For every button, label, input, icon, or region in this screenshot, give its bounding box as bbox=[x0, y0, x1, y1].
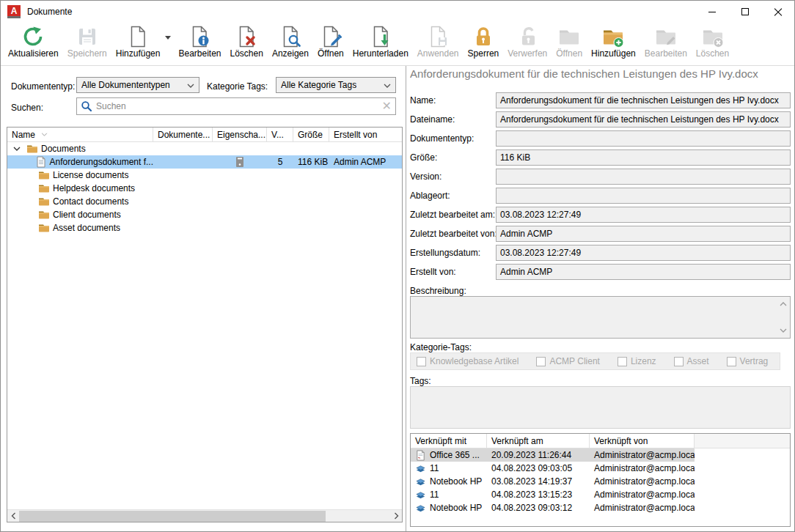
column-header-erstellt-von[interactable]: Erstellt von bbox=[329, 128, 402, 141]
toolbar-button-hinzufuegen-dokument[interactable]: Hinzufügen bbox=[111, 23, 165, 59]
field-row: Ablageort: bbox=[410, 188, 791, 204]
toolbar-button-anzeigen[interactable]: Anzeigen bbox=[268, 23, 313, 59]
field-input-zuletzt-bearbeitet-von[interactable]: Admin ACMP bbox=[496, 226, 791, 242]
toolbar-label: Öffnen bbox=[556, 48, 582, 59]
maximize-button[interactable] bbox=[728, 1, 761, 23]
linked-name: 11 bbox=[430, 489, 439, 500]
search-input[interactable] bbox=[96, 101, 382, 111]
field-input-erstellt-von[interactable]: Admin ACMP bbox=[496, 264, 791, 280]
tree-row-documents[interactable]: Documents bbox=[7, 142, 402, 155]
column-header-dokumente[interactable]: Dokumente... bbox=[153, 128, 213, 141]
tree-row-folder[interactable]: Helpdesk documents bbox=[7, 182, 402, 195]
field-input-version[interactable] bbox=[496, 169, 791, 185]
field-row: Größe: 116 KiB bbox=[410, 149, 791, 166]
checkbox-label: Lizenz bbox=[631, 356, 656, 366]
toolbar-button-oeffnen-dokument[interactable]: Öffnen bbox=[313, 23, 348, 59]
toolbar-label: Speichern bbox=[67, 48, 107, 59]
field-input-name[interactable]: Anforderungsdokument für die technischen… bbox=[496, 92, 791, 108]
field-input-dokumententyp[interactable] bbox=[496, 130, 791, 147]
scroll-left-icon[interactable] bbox=[7, 510, 19, 522]
folder-add-icon bbox=[601, 25, 625, 48]
linked-items-table: Verknüpft mit Verknüpft am Verknüpft von… bbox=[410, 433, 791, 527]
category-tags-value: Alle Kategorie Tags bbox=[281, 80, 356, 90]
category-tags-select[interactable]: Alle Kategorie Tags bbox=[276, 77, 396, 93]
hinzufuegen-dropdown-arrow[interactable] bbox=[165, 36, 171, 40]
window-title: Dokumente bbox=[27, 7, 72, 17]
doc-type-label: Dokumententyp: bbox=[11, 81, 75, 92]
tree-row-folder[interactable]: Client documents bbox=[7, 208, 402, 221]
scroll-up-icon[interactable] bbox=[780, 300, 787, 308]
field-label: Zuletzt bearbeitet am: bbox=[410, 210, 495, 220]
tree-row-folder[interactable]: License documents bbox=[7, 169, 402, 182]
chevron-down-icon bbox=[187, 80, 194, 90]
close-button[interactable] bbox=[761, 1, 794, 23]
toolbar-button-herunterladen[interactable]: Herunterladen bbox=[348, 23, 413, 59]
column-header-version[interactable]: V... bbox=[267, 128, 293, 141]
linked-row[interactable]: 11 04.08.2023 13:15:23 Administrator@acm… bbox=[411, 488, 790, 501]
field-input-erstellungsdatum[interactable]: 03.08.2023 12:27:49 bbox=[496, 245, 791, 261]
clear-search-icon[interactable]: ✕ bbox=[382, 100, 392, 112]
tree-row-folder[interactable]: Asset documents bbox=[7, 221, 402, 234]
column-header-name[interactable]: Name bbox=[7, 128, 153, 141]
scroll-right-icon[interactable] bbox=[390, 510, 402, 522]
column-header-verknuepft-am[interactable]: Verknüpft am bbox=[487, 434, 590, 448]
checkbox-label: Vertrag bbox=[740, 356, 769, 366]
description-textarea[interactable] bbox=[410, 296, 791, 339]
tree-item-label: Client documents bbox=[53, 210, 121, 220]
column-label: Größe bbox=[298, 130, 323, 140]
field-input-ablageort[interactable] bbox=[496, 188, 791, 204]
field-row: Erstellt von: Admin ACMP bbox=[410, 264, 791, 280]
panel-splitter[interactable] bbox=[406, 66, 406, 531]
folder-edit-icon bbox=[654, 25, 678, 48]
scroll-down-icon[interactable] bbox=[780, 327, 787, 334]
toolbar-button-loeschen-dokument[interactable]: Löschen bbox=[226, 23, 268, 59]
minimize-button[interactable] bbox=[695, 1, 728, 23]
toolbar-button-hinzufuegen-ordner[interactable]: Hinzufügen bbox=[587, 23, 640, 59]
document-icon bbox=[35, 156, 47, 168]
linked-row[interactable]: Office 365 ... 20.09.2023 11:26:44 Admin… bbox=[411, 448, 790, 462]
linked-name: 11 bbox=[430, 463, 439, 473]
doc-type-value: Alle Dokumententypen bbox=[81, 80, 170, 90]
category-tags-section-label: Kategorie-Tags: bbox=[410, 342, 472, 352]
document-download-icon bbox=[369, 25, 392, 48]
toolbar: Aktualisieren Speichern Hinzufügen Bearb… bbox=[1, 23, 794, 66]
toolbar-button-loeschen-ordner: Löschen bbox=[692, 23, 733, 59]
version-value: 5 bbox=[278, 157, 283, 167]
field-label: Name: bbox=[410, 95, 436, 106]
client-icon bbox=[415, 503, 426, 514]
toolbar-button-sperren[interactable]: Sperren bbox=[464, 23, 504, 59]
field-label: Zuletzt bearbeitet von: bbox=[410, 229, 497, 239]
chevron-down-icon bbox=[384, 80, 391, 90]
column-header-verknuepft-mit[interactable]: Verknüpft mit bbox=[411, 434, 487, 448]
tree-row-selected-file[interactable]: Anforderungsdokument f... 5 116 KiB Admi… bbox=[7, 155, 402, 169]
document-view-icon bbox=[279, 25, 302, 48]
field-input-dateiname[interactable]: Anforderungsdokument für die technischen… bbox=[496, 111, 791, 128]
linked-date: 04.08.2023 09:03:12 bbox=[491, 503, 572, 513]
toolbar-button-aktualisieren[interactable]: Aktualisieren bbox=[4, 23, 63, 59]
search-label: Suchen: bbox=[11, 103, 43, 113]
toolbar-button-bearbeiten-ordner: Bearbeiten bbox=[640, 23, 692, 59]
column-header-verknuepft-von[interactable]: Verknüpft von bbox=[590, 434, 695, 448]
field-input-groesse[interactable]: 116 KiB bbox=[496, 149, 791, 166]
expand-chevron-icon[interactable] bbox=[12, 147, 22, 151]
checkbox-label: Knowledgebase Artikel bbox=[430, 356, 519, 366]
details-panel: Anforderungsdokument für die technischen… bbox=[410, 66, 791, 532]
horizontal-scrollbar[interactable] bbox=[7, 509, 402, 522]
tags-box[interactable] bbox=[410, 386, 791, 429]
field-input-zuletzt-bearbeitet-am[interactable]: 03.08.2023 12:27:49 bbox=[496, 207, 791, 223]
column-header-eigenschaften[interactable]: Eigenscha... bbox=[213, 128, 267, 141]
field-row: Name: Anforderungsdokument für die techn… bbox=[410, 92, 791, 108]
scrollbar-thumb[interactable] bbox=[19, 511, 326, 522]
doc-type-select[interactable]: Alle Dokumententypen bbox=[76, 77, 199, 93]
linked-document-icon bbox=[415, 450, 426, 461]
column-label: V... bbox=[271, 130, 284, 140]
checkbox-lizenz: Lizenz bbox=[618, 356, 656, 366]
linked-row[interactable]: Notebook HP 03.08.2023 14:19:37 Administ… bbox=[411, 475, 790, 488]
toolbar-button-bearbeiten-dokument[interactable]: Bearbeiten bbox=[174, 23, 225, 59]
linked-row[interactable]: 11 04.08.2023 09:03:05 Administrator@acm… bbox=[411, 462, 790, 475]
column-header-groesse[interactable]: Größe bbox=[293, 128, 329, 141]
tree-row-folder[interactable]: Contact documents bbox=[7, 195, 402, 208]
field-label: Dateiname: bbox=[410, 114, 455, 125]
toolbar-label: Löschen bbox=[230, 48, 263, 59]
linked-row[interactable]: Notebook HP 04.08.2023 09:03:12 Administ… bbox=[411, 501, 790, 514]
